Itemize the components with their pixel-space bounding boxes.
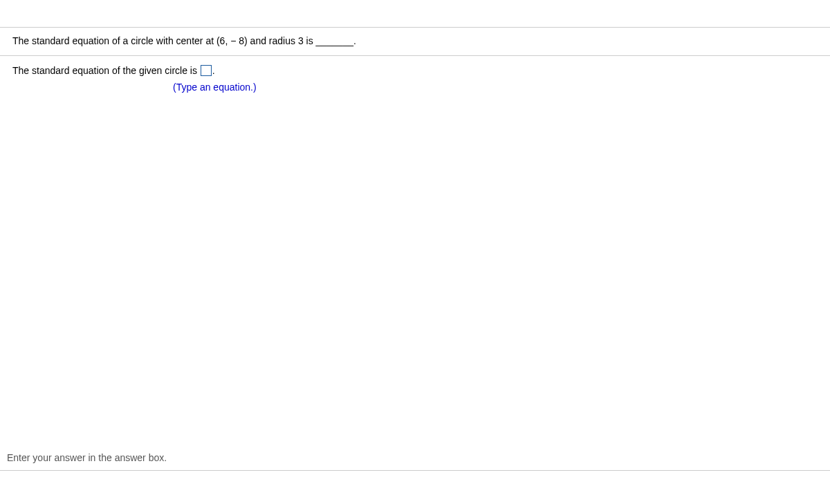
question-text: The standard equation of a circle with c…	[0, 28, 830, 56]
answer-suffix: .	[212, 65, 215, 76]
footer-text: Enter your answer in the answer box.	[7, 452, 167, 463]
question-after-radius: is	[304, 35, 316, 46]
footer-instruction: Enter your answer in the answer box.	[0, 447, 830, 471]
top-spacer	[0, 0, 830, 28]
question-suffix: .	[353, 35, 356, 46]
question-center: (6, − 8)	[216, 35, 248, 46]
answer-hint: (Type an equation.)	[173, 80, 830, 95]
answer-prefix: The standard equation of the given circl…	[12, 65, 200, 76]
equation-input[interactable]	[201, 65, 212, 76]
answer-area: The standard equation of the given circl…	[0, 56, 830, 95]
question-mid: and radius	[248, 35, 298, 46]
question-radius: 3	[298, 35, 304, 46]
question-prefix: The standard equation of a circle with c…	[12, 35, 216, 46]
question-blank: _______	[316, 35, 354, 46]
